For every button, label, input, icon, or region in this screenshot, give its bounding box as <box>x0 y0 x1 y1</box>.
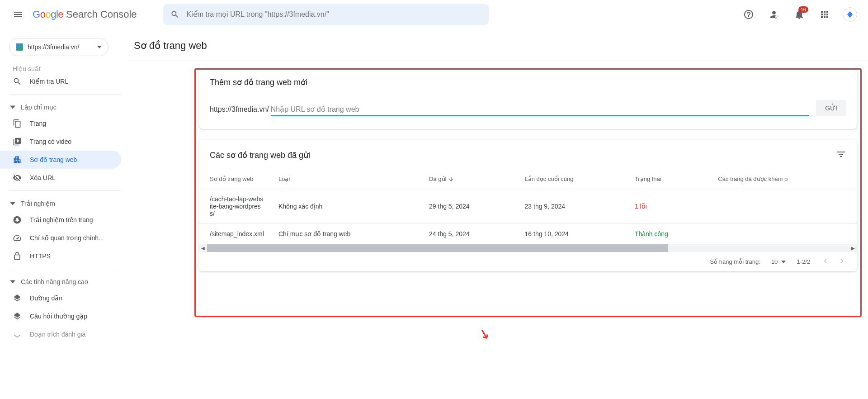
nav-label: Kiểm tra URL <box>30 78 68 85</box>
chevron-down-icon <box>781 261 786 263</box>
sitemap-url-prefix: https://3fmedia.vn/ <box>210 105 269 116</box>
nav-label: HTTPS <box>30 252 51 260</box>
cell-discovered <box>711 224 857 244</box>
nav-item-core-web-vitals[interactable]: Chỉ số quan trọng chính... <box>0 229 121 247</box>
page-icon <box>13 119 22 128</box>
nav-label: Câu hỏi thường gặp <box>30 313 87 320</box>
property-url: https://3fmedia.vn/ <box>28 43 93 51</box>
page-title: Sơ đồ trang web <box>130 29 868 61</box>
col-type[interactable]: Loại <box>271 169 422 189</box>
header-actions: 16 <box>738 4 861 25</box>
chevron-down-icon <box>10 201 15 206</box>
add-sitemap-title: Thêm sơ đồ trang web mới <box>210 77 846 87</box>
search-icon <box>170 10 179 19</box>
nav-item-url-inspection[interactable]: Kiểm tra URL <box>0 72 121 90</box>
nav-item-performance-cut[interactable]: Hiệu suất <box>0 62 121 72</box>
page-range: 1-2/2 <box>797 258 810 265</box>
help-icon <box>743 9 754 20</box>
cell-url: /sitemap_index.xml <box>199 224 271 244</box>
cell-submitted: 24 thg 5, 2024 <box>422 224 517 244</box>
nav-item-removals[interactable]: Xóa URL <box>0 169 121 187</box>
apps-grid-icon <box>819 9 830 20</box>
arrow-down-icon <box>448 176 454 182</box>
nav-label: Trải nghiệm trên trang <box>30 216 93 223</box>
scroll-left-arrow[interactable]: ◀ <box>199 244 207 252</box>
nav-item-faq[interactable]: Câu hỏi thường gặp <box>0 307 121 325</box>
filter-button[interactable] <box>835 149 846 162</box>
prev-page-button[interactable] <box>821 256 830 267</box>
lock-icon <box>13 252 22 261</box>
visibility-off-icon <box>13 173 22 182</box>
chevron-down-icon <box>10 279 15 285</box>
star-circle-icon <box>13 215 22 224</box>
chevron-left-icon <box>821 256 830 266</box>
cell-last-read: 23 thg 9, 2024 <box>518 189 627 224</box>
sitemap-icon <box>13 155 22 164</box>
sidebar-nav: https://3fmedia.vn/ Hiệu suất Kiểm tra U… <box>0 29 127 399</box>
speed-icon <box>13 233 22 242</box>
url-inspection-search[interactable] <box>163 4 489 25</box>
nav-item-video-pages[interactable]: Trang có video <box>0 133 121 151</box>
nav-section-indexing[interactable]: Lập chỉ mục <box>0 98 121 114</box>
manage-users-icon <box>769 9 779 20</box>
account-button[interactable] <box>839 4 861 25</box>
cell-type: Không xác định <box>271 189 422 224</box>
nav-label: Xóa URL <box>30 174 56 181</box>
notifications-button[interactable]: 16 <box>788 4 810 25</box>
product-logo[interactable]: Google Search Console <box>33 9 137 20</box>
nav-item-page-experience[interactable]: Trải nghiệm trên trang <box>0 211 121 229</box>
chevron-down-icon <box>97 45 102 49</box>
scroll-right-arrow[interactable]: ▶ <box>849 244 857 252</box>
cell-type: Chỉ mục sơ đồ trang web <box>271 224 422 244</box>
table-row[interactable]: /cach-tao-lap-website-bang-wordpress/Khô… <box>199 189 857 224</box>
sitemap-url-input[interactable] <box>271 105 809 114</box>
cell-discovered <box>711 189 857 224</box>
chevron-down-icon <box>10 104 15 110</box>
property-favicon <box>16 43 23 51</box>
cell-submitted: 29 thg 5, 2024 <box>422 189 517 224</box>
scroll-thumb[interactable] <box>207 244 668 252</box>
user-avatar <box>843 7 857 22</box>
col-status[interactable]: Trạng thái <box>627 169 711 189</box>
table-row[interactable]: /sitemap_index.xmlChỉ mục sơ đồ trang we… <box>199 224 857 244</box>
nav-section-experience[interactable]: Trải nghiệm <box>0 195 121 211</box>
users-button[interactable] <box>763 4 785 25</box>
table-pagination: Số hàng mỗi trang: 10 1-2/2 <box>199 252 857 271</box>
section-label: Các tính năng nâng cao <box>21 278 88 285</box>
nav-item-breadcrumbs[interactable]: Đường dẫn <box>0 289 121 307</box>
layers-icon <box>13 294 22 303</box>
nav-item-https[interactable]: HTTPS <box>0 247 121 265</box>
col-discovered[interactable]: Các trang đã được khám p <box>711 169 857 189</box>
help-button[interactable] <box>738 4 760 25</box>
nav-item-sitemaps[interactable]: Sơ đồ trang web <box>0 151 121 169</box>
horizontal-scrollbar[interactable]: ◀ ▶ <box>199 244 857 252</box>
next-page-button[interactable] <box>837 256 846 267</box>
search-input[interactable] <box>187 10 481 19</box>
filter-icon <box>835 149 846 160</box>
cell-last-read: 16 thg 10, 2024 <box>518 224 627 244</box>
chevron-right-icon <box>837 256 846 266</box>
product-name: Search Console <box>66 9 137 20</box>
nav-item-pages[interactable]: Trang <box>0 114 121 133</box>
submitted-sitemaps-title: Các sơ đồ trang web đã gửi <box>210 150 310 160</box>
apps-button[interactable] <box>814 4 835 25</box>
cell-url: /cach-tao-lap-website-bang-wordpress/ <box>199 189 271 224</box>
nav-label: Chỉ số quan trọng chính... <box>30 234 104 242</box>
section-label: Lập chỉ mục <box>21 104 57 111</box>
submit-sitemap-button[interactable]: GỬI <box>816 100 846 116</box>
nav-section-enhancements[interactable]: Các tính năng nâng cao <box>0 273 121 289</box>
menu-icon <box>13 9 24 20</box>
rows-per-page-select[interactable]: 10 <box>771 258 786 265</box>
section-label: Trải nghiệm <box>21 200 55 207</box>
col-submitted[interactable]: Đã gửi <box>422 169 517 189</box>
nav-item-review-snippet-cut[interactable]: Đoạn trích đánh giá <box>0 325 121 343</box>
hamburger-menu-button[interactable] <box>7 4 29 25</box>
col-sitemap[interactable]: Sơ đồ trang web <box>199 169 271 189</box>
app-header: Google Search Console 16 <box>0 0 868 29</box>
property-selector[interactable]: https://3fmedia.vn/ <box>9 38 108 56</box>
col-last-read[interactable]: Lần đọc cuối cùng <box>518 169 627 189</box>
nav-label: Đường dẫn <box>30 294 62 302</box>
google-logo: Google <box>33 9 63 20</box>
add-sitemap-card: Thêm sơ đồ trang web mới https://3fmedia… <box>199 68 857 129</box>
main-content: Sơ đồ trang web Thêm sơ đồ trang web mới… <box>127 29 868 399</box>
